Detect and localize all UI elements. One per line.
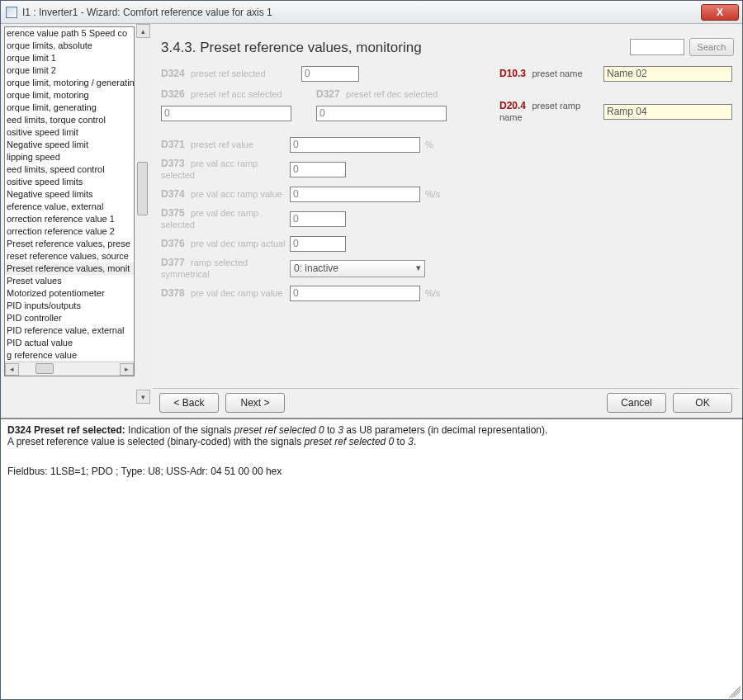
window-title: I1 : Inverter1 - Wizard: Comfort referen… bbox=[22, 7, 701, 18]
back-button[interactable]: < Back bbox=[159, 393, 219, 413]
topic-item[interactable]: orque limit, generating bbox=[5, 102, 134, 114]
topic-item[interactable]: orrection reference value 1 bbox=[5, 213, 134, 225]
label-d324: preset ref selected bbox=[191, 69, 266, 78]
vscroll-thumb[interactable] bbox=[137, 162, 148, 215]
input-d378[interactable] bbox=[290, 286, 420, 301]
scroll-down-icon[interactable]: ▾ bbox=[136, 390, 150, 404]
sidebar-hscrollbar[interactable]: ◂ ▸ bbox=[5, 362, 134, 376]
input-d376[interactable] bbox=[290, 236, 346, 252]
label-d378: pre val dec ramp value bbox=[191, 288, 282, 298]
right-column: D10.3 preset name D20.4 preset ramp name bbox=[499, 61, 743, 124]
topic-item[interactable]: orque limit 1 bbox=[5, 52, 134, 64]
topic-item[interactable]: lipping speed bbox=[5, 151, 134, 163]
info-line1: D324 Preset ref selected: Indication of … bbox=[7, 424, 736, 436]
hscroll-track[interactable] bbox=[19, 363, 120, 376]
topic-item[interactable]: Motorized potentiometer bbox=[5, 287, 134, 300]
form-area: D324 preset ref selected D326 preset ref… bbox=[153, 61, 739, 388]
hscroll-thumb[interactable] bbox=[35, 363, 54, 374]
topic-item[interactable]: PID inputs/outputs bbox=[5, 300, 134, 312]
sidebar-vscrollbar[interactable]: ▴ ▾ bbox=[136, 24, 150, 404]
row-d326-d327-inputs bbox=[161, 102, 458, 124]
topic-item[interactable]: Preset reference values, monit bbox=[5, 262, 134, 275]
label-d376: pre val dec ramp actual bbox=[191, 239, 285, 248]
input-d10-3[interactable] bbox=[603, 66, 732, 82]
topic-item[interactable]: orque limits, absolute bbox=[5, 40, 134, 52]
header-row: 3.4.3. Preset reference values, monitori… bbox=[153, 26, 739, 61]
info-line2: A preset reference value is selected (bi… bbox=[7, 436, 736, 447]
code-d377: D377 bbox=[161, 257, 185, 268]
topic-item[interactable]: Preset reference values, prese bbox=[5, 238, 134, 250]
topic-item[interactable]: Negative speed limit bbox=[5, 139, 134, 151]
app-icon bbox=[6, 7, 17, 18]
topic-item[interactable]: orrection reference value 2 bbox=[5, 225, 134, 238]
info-panel: D324 Preset ref selected: Indication of … bbox=[1, 419, 742, 699]
title-bar[interactable]: I1 : Inverter1 - Wizard: Comfort referen… bbox=[1, 1, 742, 24]
row-d378: D378 pre val dec ramp value %/s bbox=[161, 281, 458, 305]
wizard-main: 3.4.3. Preset reference values, monitori… bbox=[153, 26, 739, 416]
topic-item[interactable]: ositive speed limit bbox=[5, 126, 134, 139]
topic-item[interactable]: orque limit, motoring bbox=[5, 89, 134, 102]
scroll-left-icon[interactable]: ◂ bbox=[5, 363, 19, 376]
row-d373: D373 pre val acc ramp selected bbox=[161, 157, 458, 182]
scroll-right-icon[interactable]: ▸ bbox=[120, 363, 134, 376]
code-d20-4: D20.4 bbox=[499, 100, 526, 111]
topic-item[interactable]: erence value path 5 Speed co bbox=[5, 27, 134, 40]
topic-item[interactable]: orque limit 2 bbox=[5, 64, 134, 77]
ok-button[interactable]: OK bbox=[673, 393, 732, 413]
code-d376: D376 bbox=[161, 238, 185, 249]
input-d371[interactable] bbox=[290, 137, 420, 153]
label-d326: preset ref acc selected bbox=[191, 89, 282, 99]
input-d327[interactable] bbox=[316, 106, 447, 121]
input-d324[interactable] bbox=[301, 66, 359, 82]
input-d326[interactable] bbox=[161, 106, 291, 121]
row-d374: D374 pre val acc ramp value %/s bbox=[161, 182, 458, 206]
code-d371: D371 bbox=[161, 139, 185, 150]
label-d327: preset ref dec selected bbox=[346, 89, 438, 99]
client-area: erence value path 5 Speed coorque limits… bbox=[1, 24, 742, 699]
topic-list[interactable]: erence value path 5 Speed coorque limits… bbox=[5, 27, 134, 362]
close-icon: X bbox=[717, 7, 723, 18]
scroll-up-icon[interactable]: ▴ bbox=[136, 24, 150, 38]
resize-grip-icon[interactable] bbox=[729, 686, 741, 698]
left-column: D324 preset ref selected D326 preset ref… bbox=[161, 61, 458, 305]
unit-d378: %/s bbox=[425, 288, 440, 298]
topic-item[interactable]: g reference value bbox=[5, 349, 134, 362]
topic-item[interactable]: eed limits, speed control bbox=[5, 163, 134, 176]
input-d375[interactable] bbox=[290, 211, 346, 227]
info-line3: Fieldbus: 1LSB=1; PDO ; Type: U8; USS-Ad… bbox=[7, 466, 736, 477]
input-d374[interactable] bbox=[290, 187, 420, 202]
input-d373[interactable] bbox=[290, 162, 346, 177]
code-d373: D373 bbox=[161, 158, 185, 169]
topic-item[interactable]: ositive speed limits bbox=[5, 176, 134, 188]
input-d20-4[interactable] bbox=[603, 104, 732, 120]
search-input[interactable] bbox=[630, 39, 684, 55]
row-d20-4: D20.4 preset ramp name bbox=[499, 99, 743, 124]
code-d326: D326 bbox=[161, 88, 185, 100]
row-d376: D376 pre val dec ramp actual bbox=[161, 231, 458, 256]
row-d326-d327-labels: D326 preset ref acc selected D327 preset… bbox=[161, 86, 458, 102]
search-button[interactable]: Search bbox=[689, 38, 734, 56]
close-button[interactable]: X bbox=[701, 4, 739, 21]
search-area: Search bbox=[630, 38, 734, 56]
topic-sidebar[interactable]: erence value path 5 Speed coorque limits… bbox=[4, 26, 135, 376]
select-d377-value: 0: inactive bbox=[294, 262, 338, 274]
row-d377: D377 ramp selected symmetrical 0: inacti… bbox=[161, 256, 458, 281]
code-d324: D324 bbox=[161, 68, 185, 79]
vscroll-track[interactable] bbox=[136, 38, 150, 390]
topic-item[interactable]: PID actual value bbox=[5, 337, 134, 349]
unit-d374: %/s bbox=[425, 189, 440, 199]
topic-item[interactable]: PID controller bbox=[5, 312, 134, 324]
topic-item[interactable]: PID reference value, external bbox=[5, 324, 134, 337]
topic-item[interactable]: Negative speed limits bbox=[5, 188, 134, 201]
topic-item[interactable]: orque limit, motoring / generatin bbox=[5, 77, 134, 89]
topic-item[interactable]: Preset values bbox=[5, 275, 134, 287]
topic-item[interactable]: reset reference values, source bbox=[5, 250, 134, 262]
cancel-button[interactable]: Cancel bbox=[607, 393, 666, 413]
app-window: I1 : Inverter1 - Wizard: Comfort referen… bbox=[0, 0, 743, 700]
topic-item[interactable]: eference value, external bbox=[5, 201, 134, 213]
row-d371: D371 preset ref value % bbox=[161, 132, 458, 157]
topic-item[interactable]: eed limits, torque control bbox=[5, 114, 134, 126]
row-d375: D375 pre val dec ramp selected bbox=[161, 206, 458, 231]
select-d377[interactable]: 0: inactive bbox=[290, 260, 425, 277]
next-button[interactable]: Next > bbox=[225, 393, 285, 413]
